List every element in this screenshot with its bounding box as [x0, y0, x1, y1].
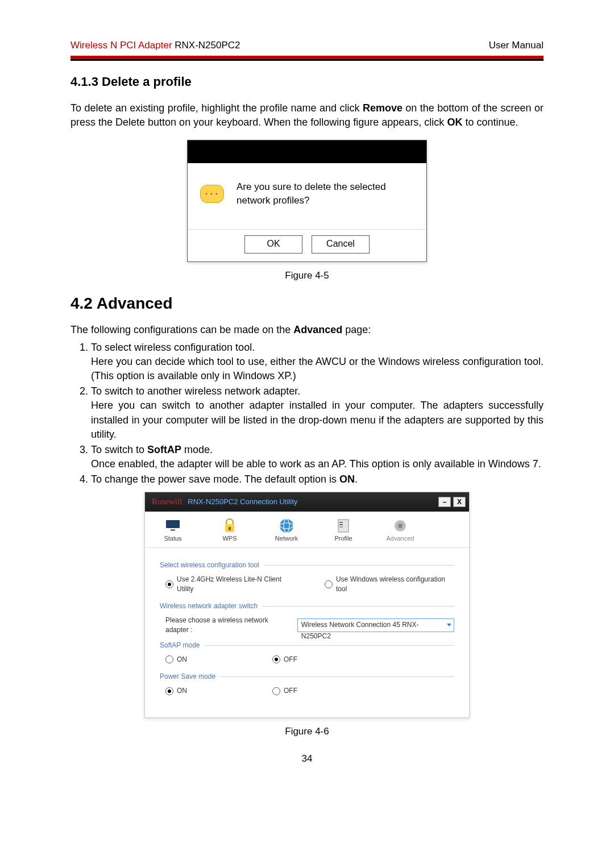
svg-rect-3 — [229, 527, 231, 530]
bold-ok: OK — [447, 117, 462, 128]
close-button[interactable]: X — [453, 497, 466, 507]
section-text: Wireless network adapter switch — [160, 601, 258, 611]
radio-lite-n-utility[interactable]: Use 2.4GHz Wireless Lite-N Client Utilit… — [165, 575, 296, 594]
bold-advanced: Advanced — [293, 324, 342, 335]
radio-label: Use Windows wireless configuration tool — [336, 575, 454, 594]
radio-powersave-on[interactable]: ON — [165, 686, 187, 696]
svg-rect-9 — [339, 524, 343, 525]
warning-icon: • • • — [200, 185, 224, 203]
lock-icon — [221, 517, 239, 534]
utility-tabs: Status WPS Network Profile — [145, 512, 469, 548]
tab-label: Network — [275, 534, 298, 543]
gear-icon — [391, 517, 409, 534]
bold-on: ON — [339, 474, 355, 485]
li-body: Here you can decide which tool to use, e… — [91, 355, 544, 383]
li-body: Here you can switch to another adapter i… — [91, 398, 544, 442]
profile-icon — [334, 517, 352, 534]
radio-powersave-off[interactable]: OFF — [272, 686, 297, 696]
li-body: Once enabled, the adapter will be able t… — [91, 457, 544, 471]
text: The following configurations can be made… — [70, 324, 293, 335]
bold-softap: SoftAP — [147, 444, 181, 455]
heading-42: 4.2 Advanced — [70, 292, 544, 314]
radio-label: ON — [177, 655, 187, 665]
radio-dot-checked-icon — [165, 580, 173, 588]
radio-label: OFF — [284, 686, 297, 696]
tab-label: Advanced — [387, 534, 414, 543]
figure-4-5-caption: Figure 4-5 — [70, 269, 544, 283]
dialog-body: • • • Are you sure to delete the selecte… — [188, 163, 426, 229]
minimize-button[interactable]: – — [438, 497, 451, 507]
radio-dot-icon — [325, 580, 333, 588]
doc-title-left: Wireless N PCI Adapter RNX-N250PC2 — [70, 39, 240, 52]
utility-title: RNX-N250PC2 Connection Utility — [188, 497, 297, 507]
li-line: To switch to another wireless network ad… — [91, 385, 300, 397]
tab-advanced[interactable]: Advanced — [380, 517, 420, 543]
tab-network[interactable]: Network — [267, 517, 306, 543]
radio-dot-icon — [272, 687, 280, 695]
section-config-tool: Select wireless configuration tool — [160, 560, 454, 570]
bold-remove: Remove — [363, 102, 403, 114]
svg-rect-10 — [339, 526, 343, 528]
radio-label: Use 2.4GHz Wireless Lite-N Client Utilit… — [177, 575, 296, 594]
list-item-2: To switch to another wireless network ad… — [91, 384, 544, 442]
svg-rect-0 — [166, 520, 180, 528]
dialog-message: Are you sure to delete the selected netw… — [237, 180, 414, 207]
tab-status[interactable]: Status — [153, 517, 193, 543]
ordered-list-42: To select wireless configuration tool. H… — [70, 340, 544, 487]
radio-dot-checked-icon — [272, 655, 280, 663]
divider — [205, 645, 455, 646]
text: To delete an existing profile, highlight… — [70, 102, 363, 114]
text: page: — [342, 324, 371, 335]
header-black-bar — [70, 59, 544, 61]
tab-label: Status — [164, 534, 181, 543]
confirm-dialog: • • • Are you sure to delete the selecte… — [187, 140, 427, 262]
radio-label: OFF — [284, 655, 297, 665]
brand-logo: Rosewill — [152, 496, 182, 508]
divider — [220, 676, 454, 677]
section-softap: SoftAP mode — [160, 641, 454, 650]
radio-dot-checked-icon — [165, 687, 173, 695]
figure-4-6-caption: Figure 4-6 — [70, 725, 544, 738]
doc-title-right: User Manual — [489, 39, 544, 52]
tab-label: WPS — [222, 534, 237, 543]
dialog-titlebar — [188, 140, 426, 163]
section-text: Power Save mode — [160, 672, 215, 682]
radio-windows-tool[interactable]: Use Windows wireless configuration tool — [325, 575, 454, 594]
list-item-1: To select wireless configuration tool. H… — [91, 340, 544, 384]
list-item-4: To change the power save mode. The defau… — [91, 472, 544, 487]
radio-label: ON — [177, 686, 187, 696]
text: to continue. — [462, 117, 518, 128]
page-number: 34 — [70, 752, 544, 766]
section-text: Select wireless configuration tool — [160, 560, 259, 570]
li-line: To select wireless configuration tool. — [91, 342, 255, 353]
globe-icon — [277, 517, 296, 534]
svg-point-12 — [398, 524, 403, 528]
utility-titlebar: Rosewill RNX-N250PC2 Connection Utility … — [145, 492, 469, 512]
ok-button[interactable]: OK — [244, 235, 302, 254]
tab-label: Profile — [334, 534, 352, 543]
product-model: RNX-N250PC2 — [172, 40, 240, 51]
svg-rect-8 — [339, 522, 343, 523]
para-42-intro: The following configurations can be made… — [70, 323, 544, 337]
tab-profile[interactable]: Profile — [323, 517, 363, 543]
text: To change the power save mode. The defau… — [91, 474, 339, 485]
text: To switch to — [91, 444, 147, 455]
radio-dot-icon — [165, 655, 173, 663]
svg-rect-1 — [171, 529, 175, 531]
section-adapter-switch: Wireless network adapter switch — [160, 601, 454, 611]
tab-wps[interactable]: WPS — [210, 517, 250, 543]
cancel-button[interactable]: Cancel — [312, 235, 370, 254]
adapter-select[interactable]: Wireless Network Connection 45 RNX-N250P… — [297, 618, 454, 632]
adapter-value: Wireless Network Connection 45 RNX-N250P… — [301, 621, 419, 640]
utility-window: Rosewill RNX-N250PC2 Connection Utility … — [144, 492, 470, 718]
adapter-label: Please choose a wireless network adapter… — [165, 616, 293, 635]
utility-content: Select wireless configuration tool Use 2… — [145, 548, 469, 717]
radio-softap-on[interactable]: ON — [165, 655, 187, 665]
divider — [264, 565, 454, 566]
svg-point-4 — [280, 519, 293, 533]
divider — [262, 606, 454, 607]
svg-rect-7 — [338, 520, 349, 532]
radio-softap-off[interactable]: OFF — [272, 655, 297, 665]
section-text: SoftAP mode — [160, 641, 200, 650]
section-powersave: Power Save mode — [160, 672, 454, 682]
